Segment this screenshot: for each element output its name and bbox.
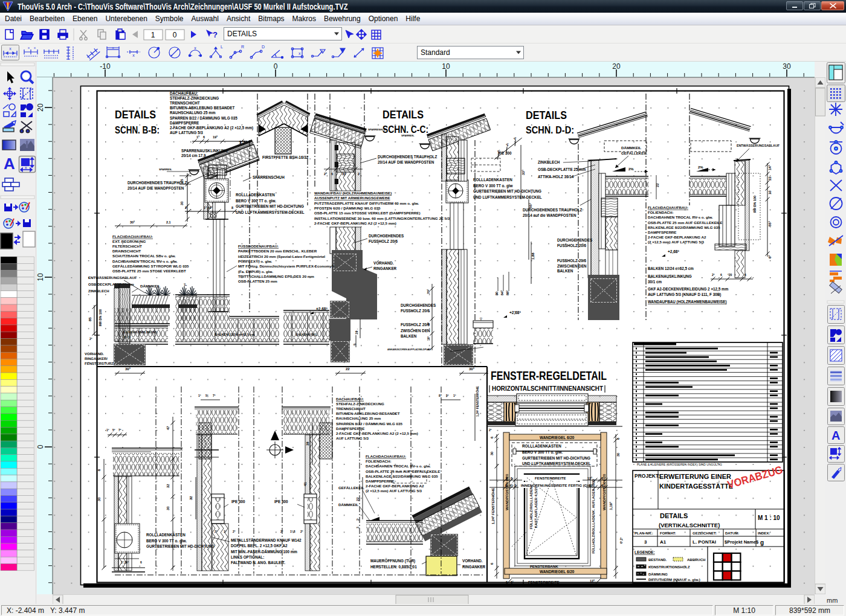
- svg-text:(Fa. EMPUR) o. glw.: (Fa. EMPUR) o. glw.: [238, 269, 273, 274]
- svg-text:1³: 1³: [453, 394, 456, 397]
- svg-text:22: 22: [768, 176, 772, 181]
- svg-text:1: 1: [151, 31, 155, 39]
- svg-text:DETAILS: DETAILS: [526, 109, 567, 121]
- svg-text:FÜLLHOLZ/ROLLLADENK. AUFLAGER: FÜLLHOLZ/ROLLLADENK. AUFLAGER 10/20: [592, 479, 595, 553]
- svg-text:6: 6: [744, 273, 746, 277]
- svg-text:ROLLLADENKASTEN: ROLLLADENKASTEN: [146, 533, 186, 537]
- svg-text:6²,2³: 6²,2³: [619, 537, 623, 544]
- svg-text:OSB-PLATTE 15 mm STOSSE VERKLE: OSB-PLATTE 15 mm STOSSE VERKLEBT (DAMPFS…: [314, 211, 420, 215]
- svg-text:FÜLLHOLZ/ROLLLADEN-: FÜLLHOLZ/ROLLLADEN-: [529, 486, 533, 529]
- svg-text:ZWISCHEN DEN: ZWISCHEN DEN: [401, 329, 430, 333]
- svg-text:GEZEICHNET:: GEZEICHNET:: [693, 531, 717, 535]
- svg-text:6: 6: [601, 484, 603, 487]
- svg-text:30/1 cm: 30/1 cm: [648, 280, 662, 284]
- svg-text:DETAILS: DETAILS: [115, 109, 156, 121]
- svg-text:FENSTERBANK: FENSTERBANK: [530, 564, 558, 568]
- svg-text:x: x: [112, 46, 114, 50]
- svg-text:PFOSTEN 6/20 / DÄMMUNG WLG 035: PFOSTEN 6/20 / DÄMMUNG WLG 035: [314, 206, 381, 210]
- svg-text:PÜRFLEX®) o. glw.: PÜRFLEX®) o. glw.: [238, 259, 273, 263]
- svg-text:88³: 88³: [506, 290, 509, 295]
- svg-text:30³: 30³: [469, 367, 474, 371]
- svg-text:2³: 2³: [215, 530, 218, 533]
- svg-text:MIT FBHzg. Dünnschichtsystem P: MIT FBHzg. Dünnschichtsystem PURFLEX-Eco…: [238, 264, 335, 268]
- svg-text:METALLSTÄNDERWAND KNAUF W142: METALLSTÄNDERWAND KNAUF W142: [231, 538, 302, 542]
- svg-text:DETAILS: DETAILS: [383, 109, 424, 121]
- svg-text:RINGANKER: RINGANKER: [462, 565, 486, 569]
- svg-text:GEFÄLLEKEIL: GEFÄLLEKEIL: [338, 486, 364, 490]
- svg-text:GURTBETRIEBEN MIT HD-DICHTUNG: GURTBETRIEBEN MIT HD-DICHTUNG: [522, 456, 590, 460]
- svg-text:2³: 2³: [233, 530, 236, 533]
- svg-text:FENSTERBREITE: FENSTERBREITE: [535, 476, 566, 480]
- svg-text:ROLLLADENKASTEN: ROLLLADENKASTEN: [522, 444, 561, 448]
- svg-text:BALKENAUSKLINKUNG: BALKENAUSKLINKUNG: [648, 274, 692, 278]
- svg-text:A: A: [4, 155, 15, 173]
- svg-text:IPE 300: IPE 300: [231, 499, 245, 504]
- svg-text:0: 0: [274, 62, 278, 71]
- svg-text:20: 20: [612, 62, 621, 71]
- svg-text:1,24³ FENSTERRÖHE: 1,24³ FENSTERRÖHE: [476, 386, 479, 417]
- svg-text:30: 30: [342, 172, 346, 176]
- svg-text:30³: 30³: [130, 220, 135, 224]
- svg-text:+2,68³: +2,68³: [509, 310, 521, 315]
- svg-text:VORHAND.: VORHAND.: [373, 261, 394, 265]
- svg-text:10: 10: [37, 273, 45, 281]
- svg-text:UND LUFTKAMMERSYSTEM-DECKEL: UND LUFTKAMMERSYSTEM-DECKEL: [236, 210, 305, 214]
- svg-text:22: 22: [346, 367, 350, 371]
- svg-text:ROLLLADENKASTEN: ROLLLADENKASTEN: [236, 193, 275, 197]
- svg-text:2³: 2³: [489, 428, 492, 432]
- svg-text:TRENNSCHICHT: TRENNSCHICHT: [336, 406, 366, 411]
- svg-text:85: 85: [88, 317, 92, 321]
- svg-text:BITUMEN-ABKLEBUNG BESANDET: BITUMEN-ABKLEBUNG BESANDET: [336, 411, 400, 415]
- svg-text:-10: -10: [100, 62, 111, 71]
- svg-text:OSB-PLATTE 25 mm AUF GEFÄLLEKE: OSB-PLATTE 25 mm AUF GEFÄLLEKEILE: [648, 220, 722, 225]
- svg-text:BERO V 300 TT o. glw: BERO V 300 TT o. glw: [473, 184, 513, 188]
- svg-text:BALKENLAGE 8/22/DÄMMUNG WLG 03: BALKENLAGE 8/22/DÄMMUNG WLG 035: [648, 225, 720, 229]
- svg-text:5³: 5³: [112, 428, 115, 432]
- svg-text:FUSSHOLZ 20/6: FUSSHOLZ 20/6: [369, 239, 398, 243]
- svg-text:(2 ×12,5 mm) AUF LATTUNG 5/3: (2 ×12,5 mm) AUF LATTUNG 5/3: [648, 240, 705, 244]
- svg-text:2%: 2%: [628, 167, 634, 171]
- svg-text:GEFÄLLEKEIL: GEFÄLLEKEIL: [621, 151, 647, 155]
- svg-text:30: 30: [97, 497, 101, 501]
- svg-text:+2,68³: +2,68³: [668, 249, 679, 254]
- svg-text:DAMPFSPERRE: DAMPFSPERRE: [648, 230, 676, 234]
- svg-text:DURCHGEHENDES TRAUFHOLZ: DURCHGEHENDES TRAUFHOLZ: [378, 155, 437, 159]
- svg-text:6²: 6²: [768, 255, 772, 258]
- svg-text:WANDAUFBAU (HOLZRAHMENBAUWEISE: WANDAUFBAU (HOLZRAHMENBAUWEISE): [648, 300, 726, 304]
- svg-text:ERWEITERUNG EINER: ERWEITERUNG EINER: [659, 473, 731, 480]
- svg-text:BERO V 300 TT o. glw.: BERO V 300 TT o. glw.: [146, 539, 187, 544]
- svg-text:2%: 2%: [698, 165, 703, 169]
- svg-text:80: 80: [495, 292, 499, 295]
- svg-text:g: g: [760, 539, 764, 546]
- svg-text:12³: 12³: [590, 579, 595, 583]
- svg-text:2³: 2³: [300, 530, 303, 533]
- svg-text:FALTWAND N. ANG. BAULEIT.: FALTWAND N. ANG. BAULEIT.: [231, 560, 285, 565]
- svg-text:FLACHDACHAUFBAU:: FLACHDACHAUFBAU:: [648, 205, 688, 210]
- svg-text:x: x: [28, 46, 30, 50]
- svg-text:RR DN 100: RR DN 100: [753, 196, 757, 213]
- svg-text:6: 6: [490, 563, 494, 565]
- svg-text:$Projekt Name$: $Projekt Name$: [725, 539, 759, 545]
- svg-text:2³: 2³: [324, 172, 327, 176]
- svg-text:DURCHGEHENDES: DURCHGEHENDES: [401, 303, 436, 307]
- svg-text:LINKS OPTIONAL:: LINKS OPTIONAL:: [231, 555, 264, 559]
- svg-text:6²: 6²: [427, 322, 430, 325]
- svg-text:+2,68³: +2,68³: [316, 307, 328, 312]
- svg-text:20: 20: [37, 103, 45, 112]
- svg-text:2: 2: [358, 172, 360, 176]
- svg-text:6: 6: [506, 476, 508, 480]
- svg-text:DACHBAHNEN TROCAL RV-s o. glw.: DACHBAHNEN TROCAL RV-s o. glw.: [648, 215, 713, 219]
- svg-text:x: x: [132, 53, 135, 57]
- svg-text:MAUERÖFFNUNG (TÜR): MAUERÖFFNUNG (TÜR): [370, 558, 415, 563]
- svg-text:SPARREN-: SPARREN-: [159, 168, 172, 171]
- svg-text:WANDRIEGEL 6/20: WANDRIEGEL 6/20: [540, 569, 575, 574]
- svg-text:RR DN 100: RR DN 100: [98, 309, 102, 326]
- svg-text:2-FACHE GKF-BEPLANKUNG A2: 2-FACHE GKF-BEPLANKUNG A2: [648, 235, 706, 239]
- svg-text:BALKEN 12/24 e=62,5 cm: BALKEN 12/24 e=62,5 cm: [648, 266, 694, 271]
- svg-text:7³: 7³: [184, 283, 187, 286]
- svg-text:PARKETTBODEN 20 mm EINSCHL. KL: PARKETTBODEN 20 mm EINSCHL. KLEBER: [238, 249, 317, 253]
- svg-text:6: 6: [331, 172, 333, 176]
- svg-text:FIRSTPFETTE BSH-16/32: FIRSTPFETTE BSH-16/32: [262, 155, 309, 159]
- svg-text:DURCHGEHENDES: DURCHGEHENDES: [557, 238, 592, 242]
- svg-text:(VERTIKALSCHNITTE): (VERTIKALSCHNITTE): [659, 522, 720, 528]
